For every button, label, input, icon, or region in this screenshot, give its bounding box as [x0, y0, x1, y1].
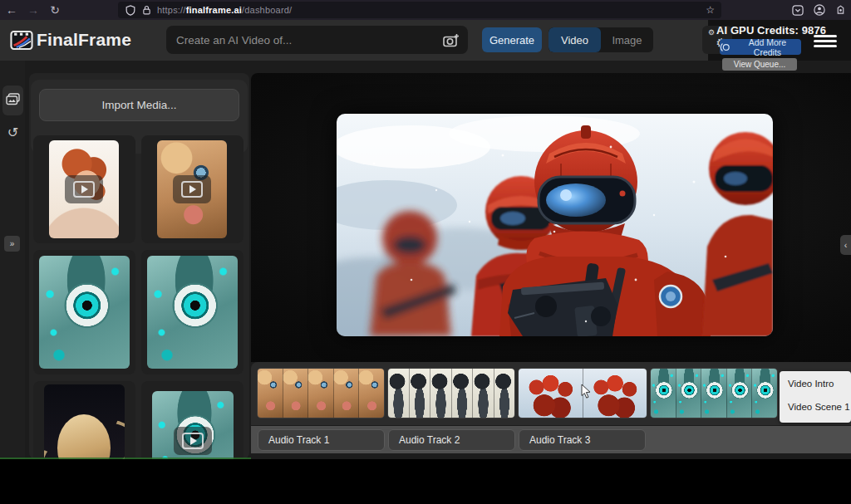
play-icon — [173, 175, 211, 203]
preview-stage: ‹ — [251, 73, 851, 362]
add-more-credits-button[interactable]: Add More Credits — [720, 39, 801, 55]
scene-label-video-scene-1[interactable]: Video Scene 1 — [788, 402, 848, 412]
finalframe-dashboard: ← → ↻ https://finalframe.ai/dashboard/ ☆ — [0, 0, 851, 504]
camera-plus-icon[interactable] — [440, 33, 468, 47]
scene-label-panel: Video Intro Video Scene 1 — [780, 371, 851, 423]
clip-teal-eyes[interactable] — [651, 369, 777, 418]
pocket-icon[interactable] — [792, 5, 804, 16]
media-item-golden-face-video[interactable] — [157, 140, 227, 238]
coin-icon — [720, 42, 730, 52]
timeline-audio-track: Audio Track 1 Audio Track 2 Audio Track … — [251, 426, 851, 453]
mode-video-button[interactable]: Video — [548, 27, 601, 52]
browser-toolbar-icons — [792, 0, 846, 20]
brand: FinalFrame — [10, 30, 131, 50]
clip-golden-face[interactable] — [258, 369, 384, 418]
media-cell — [33, 135, 135, 243]
media-item-teal-eye-1[interactable] — [39, 256, 130, 369]
audio-track-2[interactable]: Audio Track 2 — [388, 429, 515, 451]
browser-forward-icon[interactable]: → — [23, 0, 43, 20]
audio-track-3[interactable]: Audio Track 3 — [519, 429, 646, 451]
ai-video-prompt-input[interactable] — [166, 26, 440, 54]
media-library-icon[interactable] — [2, 86, 23, 115]
clip-robot-heads[interactable] — [388, 369, 514, 418]
extension-icon[interactable] — [835, 4, 846, 16]
small-gear-icon: ⚙ — [708, 28, 715, 37]
collapse-right-panel-icon[interactable]: ‹ — [840, 235, 851, 255]
video-preview[interactable] — [337, 114, 773, 336]
bookmark-star-icon[interactable]: ☆ — [706, 4, 715, 16]
hamburger-menu-icon[interactable] — [813, 32, 838, 50]
scene-label-video-intro[interactable]: Video Intro — [788, 379, 848, 389]
play-icon — [174, 427, 212, 455]
left-icon-rail: ↺ » — [0, 61, 25, 459]
prompt-bar — [166, 26, 468, 54]
audio-track-1[interactable]: Audio Track 1 — [258, 429, 385, 451]
expand-panel-icon[interactable]: » — [4, 236, 20, 252]
media-cell — [33, 250, 135, 374]
media-item-teal-eye-2[interactable] — [147, 256, 238, 369]
timeline-video-track: Video Intro Video Scene 1 — [251, 362, 851, 425]
browser-chrome: ← → ↻ https://finalframe.ai/dashboard/ ☆ — [0, 0, 851, 20]
clip-red-soldiers[interactable] — [519, 369, 647, 418]
play-icon — [65, 175, 103, 203]
app-header: FinalFrame Generate Video Image ⚙ ⚙ AI G… — [0, 20, 851, 61]
lock-icon — [141, 4, 152, 16]
view-queue-item[interactable]: View Queue... — [722, 58, 797, 71]
mode-toggle: Video Image — [548, 27, 653, 52]
media-item-redhead-video[interactable] — [49, 140, 119, 238]
media-cell — [141, 135, 243, 243]
account-icon[interactable] — [814, 4, 825, 16]
import-media-button[interactable]: Import Media... — [39, 89, 239, 121]
media-panel: Import Media... — [29, 73, 249, 459]
app-title: FinalFrame — [37, 30, 131, 50]
history-icon[interactable]: ↺ — [2, 119, 23, 145]
url-text: https://finalframe.ai/dashboard/ — [157, 5, 292, 15]
preview-scene-illustration — [337, 114, 773, 336]
address-bar[interactable]: https://finalframe.ai/dashboard/ ☆ — [118, 2, 721, 18]
mode-image-button[interactable]: Image — [601, 27, 653, 52]
bottom-letterbox — [0, 459, 851, 504]
generate-button[interactable]: Generate — [482, 27, 542, 52]
browser-reload-icon[interactable]: ↻ — [45, 0, 65, 20]
shield-icon — [125, 4, 136, 17]
browser-back-icon[interactable]: ← — [2, 0, 22, 20]
media-cell — [141, 250, 243, 374]
finalframe-logo-icon — [10, 31, 33, 50]
